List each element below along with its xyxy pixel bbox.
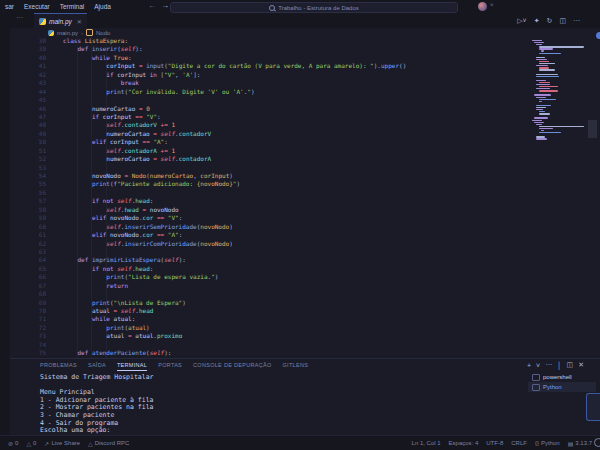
menu-item-ajuda[interactable]: Ajuda — [89, 3, 116, 10]
minimap-line — [539, 132, 562, 133]
menu-item-sar[interactable]: sar — [0, 3, 19, 10]
status-item-crlf[interactable]: CRLF — [511, 440, 527, 446]
status-label: Espaços: 4 — [449, 440, 479, 446]
bell-icon[interactable] — [594, 438, 600, 447]
status-item-live-share[interactable]: ↗Live Share — [44, 440, 80, 447]
python-icon — [48, 30, 54, 36]
panel-tabs: PROBLEMASSAÍDATERMINALPORTASCONSOLE DE D… — [10, 359, 600, 371]
code-line: 64 def imprimirListaEspera(self): — [10, 256, 600, 264]
line-number: 68 — [10, 290, 53, 298]
line-number: 55 — [10, 180, 53, 188]
more-actions-icon[interactable]: ⋯ — [573, 17, 580, 25]
breadcrumb-file[interactable]: main.py — [57, 30, 78, 36]
minimap-line — [534, 117, 548, 118]
minimap-line — [536, 88, 550, 89]
split-editor-icon[interactable]: ◫ — [559, 17, 566, 25]
minimap-line — [534, 42, 544, 43]
status-item-0[interactable]: ⊘0 — [8, 440, 18, 447]
terminal-panel: PROBLEMASSAÍDATERMINALPORTASCONSOLE DE D… — [10, 358, 600, 437]
tab-bar: ⋯ main.py ✕ ▷˅ ✦ ↻ ◫ ⋯ — [0, 13, 600, 28]
code-text: def atenderPaciente(self): — [53, 349, 600, 357]
line-number: 66 — [10, 273, 53, 281]
status-item-ln-1-col-1[interactable]: Ln 1, Col 1 — [412, 440, 441, 446]
code-line: 49 numeroCartao = self.contadorV — [10, 130, 600, 138]
panel-tab-portas[interactable]: PORTAS — [158, 362, 182, 371]
terminal-output[interactable]: Sistema de Triagem Hospitalar Menu Princ… — [40, 374, 154, 435]
status-item-discord-rpc[interactable]: △Discord RPC — [88, 440, 129, 447]
code-line: 75 def atenderPaciente(self): — [10, 349, 600, 357]
minimap-line — [536, 80, 545, 81]
panel-tab-terminal[interactable]: TERMINAL — [117, 362, 147, 371]
floating-widget[interactable] — [586, 393, 600, 421]
code-text: print(f"Paciente adicionado: {novoNodo}"… — [53, 180, 600, 188]
sparkle-icon[interactable]: ✦ — [534, 17, 540, 25]
nav-forward-icon[interactable]: → — [161, 1, 169, 10]
code-text: while True: — [53, 54, 600, 62]
line-number: 56 — [10, 189, 53, 197]
tab-main-py[interactable]: main.py ✕ — [34, 13, 87, 29]
breadcrumb-symbol[interactable]: Nodo — [96, 30, 110, 36]
terminal-list-item-powershell[interactable]: powershell — [528, 372, 596, 382]
line-number: 48 — [10, 121, 53, 129]
panel-tab-console-de-depura-o[interactable]: CONSOLE DE DEPURAÇÃO — [193, 362, 271, 371]
status-item-python[interactable]: {}Python — [535, 440, 560, 446]
menu-item-executar[interactable]: Executar — [19, 3, 55, 10]
code-text: self.inserirComPrioridade(novoNodo) — [53, 240, 600, 248]
minimap-line — [539, 63, 555, 64]
indent-guide — [77, 37, 78, 358]
panel-tab-sa-da[interactable]: SAÍDA — [88, 362, 106, 371]
command-center-search[interactable]: Trabalho - Estrutura de Dados — [170, 2, 458, 13]
close-panel-icon[interactable]: ✕ — [578, 361, 584, 369]
minimap-line — [539, 46, 585, 47]
new-terminal-icon[interactable]: + — [527, 362, 531, 369]
nav-back-icon[interactable]: ← — [148, 1, 156, 10]
code-text: elif novoNodo.cor == "A": — [53, 231, 600, 239]
code-line: 61 elif novoNodo.cor == "A": — [10, 231, 600, 239]
minimap-line — [536, 97, 545, 98]
panel-tab-problemas[interactable]: PROBLEMAS — [40, 362, 77, 371]
code-text: elif novoNodo.cor == "V": — [53, 214, 600, 222]
status-item-espa-os-4[interactable]: Espaços: 4 — [449, 440, 479, 446]
line-number: 57 — [10, 197, 53, 205]
panel-tab-gitlens[interactable]: GITLENS — [283, 362, 309, 371]
minimap-line — [536, 136, 545, 137]
code-text: break — [53, 79, 600, 87]
history-icon[interactable]: ↻ — [547, 17, 553, 25]
minimap[interactable] — [532, 40, 584, 141]
menu-item-terminal[interactable]: Terminal — [55, 3, 90, 10]
minimap-line — [532, 134, 584, 135]
minimap-line — [536, 138, 546, 139]
terminal-list-item-python[interactable]: Python — [528, 382, 596, 392]
status-item-0[interactable]: △0 — [26, 440, 36, 447]
line-number: 75 — [10, 349, 53, 357]
minimap-line — [532, 71, 584, 72]
scrollbar-thumb[interactable] — [588, 120, 597, 138]
account-avatar[interactable] — [478, 2, 487, 11]
line-number: 70 — [10, 307, 53, 315]
code-line: 59 elif novoNodo.cor == "V": — [10, 214, 600, 222]
line-number: 61 — [10, 231, 53, 239]
code-text: numeroCartao = self.contadorA — [53, 155, 600, 163]
status-item-utf-8[interactable]: UTF-8 — [486, 440, 503, 446]
code-text: atual = self.head — [53, 307, 600, 315]
close-icon[interactable]: ✕ — [77, 18, 82, 25]
more-icon[interactable]: ⋯ — [545, 361, 552, 369]
minimap-line — [539, 101, 542, 102]
code-text: numeroCartao = 0 — [53, 105, 600, 113]
line-number: 53 — [10, 164, 53, 172]
line-number: 67 — [10, 282, 53, 290]
split-terminal-icon[interactable]: ◫ — [567, 361, 574, 369]
status-label: Ln 1, Col 1 — [412, 440, 441, 446]
terminal-dropdown-icon[interactable]: ˅ — [536, 362, 540, 369]
line-number: 73 — [10, 332, 53, 340]
status-item-3-13-7[interactable]: ▤3.13.7 — [568, 440, 592, 447]
run-button[interactable]: ▷˅ — [517, 17, 526, 25]
line-number: 72 — [10, 324, 53, 332]
code-text — [53, 164, 600, 172]
breadcrumb: main.py › Nodo — [10, 28, 600, 37]
code-line: 47 if corInput == "V": — [10, 113, 600, 121]
code-editor[interactable]: 38class ListaEspera:39 def inserir(self)… — [10, 37, 600, 358]
code-text — [53, 290, 600, 298]
code-line: 55 print(f"Paciente adicionado: {novoNod… — [10, 180, 600, 188]
tab-overflow-icon[interactable]: ⋯ — [16, 14, 23, 22]
